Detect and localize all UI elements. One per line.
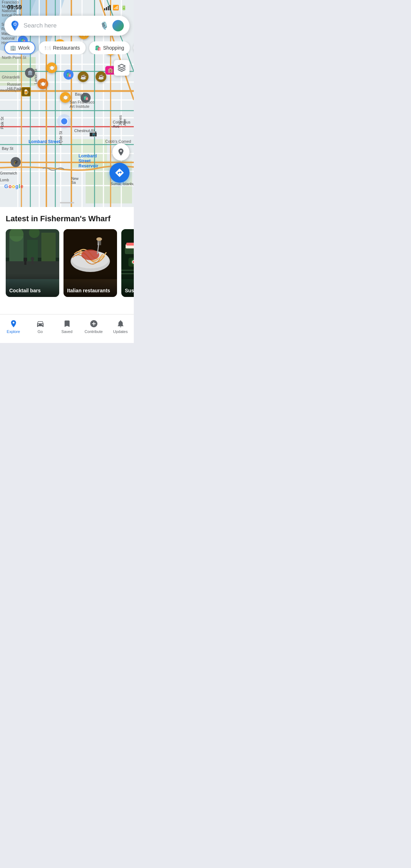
card-sushi-restaurants[interactable]: Sushi restaurants	[121, 229, 134, 297]
svg-point-57	[96, 237, 102, 241]
nav-label-contribute: Contribute	[85, 329, 103, 334]
svg-rect-46	[24, 261, 26, 265]
nav-item-contribute[interactable]: Contribute	[80, 317, 107, 336]
user-avatar[interactable]	[112, 20, 124, 31]
work-icon: 🏢	[10, 45, 16, 51]
battery-icon: 🔋	[121, 5, 127, 10]
card-cocktail-bars-image	[6, 229, 59, 279]
explore-icon	[9, 319, 18, 328]
map-label-ghirardelli: Ghirardelli	[2, 75, 20, 79]
nav-item-saved[interactable]: Saved	[54, 317, 80, 336]
map-label-cobbs: Cobb's Comed	[105, 139, 131, 143]
svg-point-34	[57, 114, 71, 128]
chip-shopping[interactable]: 🛍️ Shopping	[89, 41, 130, 54]
marker-shopping-1[interactable]: 🛍️	[64, 70, 73, 80]
signal-bars-icon	[104, 5, 111, 10]
marker-coffee-2[interactable]: ☕	[96, 71, 106, 82]
svg-rect-61	[126, 243, 134, 246]
map-label-lombard-reservoir: LombardStreetReservoir	[78, 153, 98, 168]
nav-item-go[interactable]: Go	[27, 317, 54, 336]
card-italian-restaurants[interactable]: Italian restaurants	[64, 229, 117, 297]
card-cocktail-bars-label: Cocktail bars	[6, 273, 59, 297]
search-bar[interactable]: Search here 🎙️	[4, 16, 130, 36]
marker-museum-2[interactable]: 🎓	[11, 157, 21, 167]
marker-shopping-2[interactable]: 🛍️	[81, 93, 91, 103]
wifi-icon: 📶	[113, 5, 119, 10]
nav-label-go: Go	[37, 329, 43, 334]
search-placeholder: Search here	[24, 22, 96, 29]
panel-title: Latest in Fisherman's Wharf	[0, 214, 134, 229]
map-layers-button[interactable]	[114, 60, 130, 76]
map-road-bay-st2: Bay St	[2, 146, 13, 151]
status-time: 09:59	[7, 4, 22, 11]
directions-button[interactable]	[110, 163, 130, 183]
map-road-hyde: Hyde St	[59, 131, 63, 145]
chip-restaurants[interactable]: 🍽️ Restaurants	[39, 41, 85, 54]
marker-bar[interactable]: 🍺	[21, 87, 31, 96]
marker-museum-1[interactable]: 🏛️	[25, 68, 35, 78]
svg-point-45	[24, 258, 27, 261]
map-label-sumac: Sumac·İstanbul	[111, 182, 134, 186]
nav-label-explore: Explore	[7, 329, 20, 334]
card-italian-restaurants-label: Italian restaurants	[64, 273, 117, 297]
chip-coffee[interactable]: ☕ Coffe	[133, 41, 134, 54]
marker-camera-2[interactable]: 📷	[89, 129, 97, 137]
card-cocktail-bars[interactable]: Cocktail bars	[6, 229, 59, 297]
voice-search-icon[interactable]: 🎙️	[100, 21, 109, 30]
status-bar: 09:59 📶 🔋	[0, 0, 134, 14]
restaurants-icon: 🍽️	[45, 45, 51, 51]
marker-restaurant-5[interactable]: 🍽️	[37, 79, 48, 89]
nav-item-updates[interactable]: Updates	[107, 317, 134, 336]
shopping-icon: 🛍️	[95, 45, 101, 51]
card-italian-restaurants-image	[64, 229, 117, 279]
map-label-wednesdayvr: WednesdayVR	[0, 89, 21, 92]
map-road-lomb: Lomb	[0, 178, 9, 182]
updates-icon	[116, 319, 125, 328]
cards-row: Cocktail bars	[0, 229, 134, 304]
nav-label-updates: Updates	[113, 329, 128, 334]
svg-rect-41	[41, 233, 56, 261]
panel-drag-handle	[60, 202, 74, 203]
go-icon	[36, 319, 45, 328]
status-icons: 📶 🔋	[104, 5, 127, 10]
nav-item-explore[interactable]: Explore	[0, 317, 27, 336]
map-label-greenwich: Greenwich	[0, 171, 17, 175]
map-road-polk: Polk St	[0, 117, 4, 129]
chip-work[interactable]: 🏢 Work	[4, 41, 35, 54]
card-sushi-restaurants-image	[121, 229, 134, 279]
svg-rect-48	[31, 261, 34, 264]
bottom-panel: Latest in Fisherman's Wharf	[0, 207, 134, 314]
map-label-lombard: Lombard Street	[29, 139, 60, 144]
maps-logo-icon	[10, 21, 20, 31]
svg-point-36	[14, 23, 16, 25]
chip-restaurants-label: Restaurants	[53, 45, 80, 51]
saved-icon	[63, 319, 71, 328]
chip-shopping-label: Shopping	[103, 45, 124, 51]
marker-coffee-1[interactable]: ☕	[78, 71, 88, 82]
category-chips-row: 🏢 Work 🍽️ Restaurants 🛍️ Shopping ☕ Coff…	[0, 41, 134, 54]
map-label-north-point: North Point St	[2, 55, 26, 60]
marker-restaurant-6[interactable]: 🍽️	[60, 92, 71, 103]
marker-restaurant-4[interactable]: 🍽️	[46, 62, 57, 73]
contribute-icon	[90, 319, 98, 328]
my-location-button[interactable]	[112, 143, 130, 161]
map-road-jones: Jones Ave	[118, 114, 127, 126]
nav-label-saved: Saved	[61, 329, 72, 334]
svg-point-52	[81, 249, 99, 260]
card-sushi-restaurants-label: Sushi restaurants	[121, 273, 134, 297]
bottom-navigation: Explore Go Saved Contribute Updates	[0, 314, 134, 343]
map-label-new-sa: NewSa	[71, 177, 78, 185]
google-logo: G o o g l e	[4, 183, 23, 189]
map-area[interactable]: The Buena Vista RussianHill Park San Fra…	[0, 0, 134, 207]
chip-work-label: Work	[18, 45, 30, 51]
svg-point-47	[31, 257, 34, 261]
